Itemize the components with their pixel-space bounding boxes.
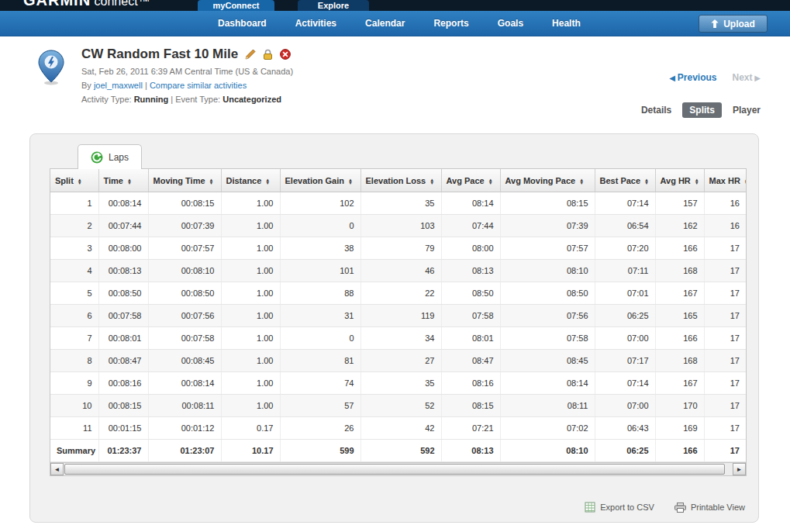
column-header-avg-pace[interactable]: Avg Pace▲▼ bbox=[441, 169, 500, 192]
panel-footer: Export to CSV Printable View bbox=[585, 502, 745, 513]
chevron-right-icon: ▶ bbox=[753, 74, 761, 82]
horizontal-scrollbar: ◄ ► bbox=[50, 462, 746, 475]
lap-cell: 00:08:00 bbox=[98, 237, 148, 260]
lap-cell: 08:50 bbox=[500, 282, 595, 305]
lap-cell: 9 bbox=[50, 372, 98, 395]
column-label: Avg Pace bbox=[447, 176, 485, 185]
column-header-avg-moving-pace[interactable]: Avg Moving Pace▲▼ bbox=[500, 169, 595, 192]
upload-label: Upload bbox=[723, 19, 755, 29]
nav-item-activities[interactable]: Activities bbox=[295, 18, 336, 29]
garmin-connect-logo[interactable]: GARMIN connect™ bbox=[23, 0, 150, 9]
lap-cell: 06:54 bbox=[595, 215, 655, 237]
activity-header: CW Random Fast 10 Mile Sat, F bbox=[37, 47, 761, 132]
lap-cell: 17 bbox=[704, 417, 746, 440]
activity-byline: By joel_maxwell | Compare similar activi… bbox=[81, 81, 761, 90]
upload-button[interactable]: Upload bbox=[699, 15, 768, 33]
lap-cell: 06:43 bbox=[595, 417, 655, 440]
lap-cell: 08:15 bbox=[500, 192, 595, 215]
nav-item-reports[interactable]: Reports bbox=[433, 18, 468, 29]
laps-header-row: Split▲▼Time▲▼Moving Time▲▼Distance▲▼Elev… bbox=[50, 169, 746, 192]
printable-view-link[interactable]: Printable View bbox=[674, 502, 745, 513]
column-label: Distance bbox=[226, 176, 262, 185]
lap-cell: 08:15 bbox=[441, 395, 500, 417]
nav-item-health[interactable]: Health bbox=[552, 18, 581, 29]
lap-cell: 1 bbox=[50, 192, 98, 215]
lap-cell: 17 bbox=[704, 327, 746, 350]
lap-cell: 08:00 bbox=[441, 237, 500, 260]
column-header-distance[interactable]: Distance▲▼ bbox=[221, 169, 280, 192]
lap-cell: 07:20 bbox=[595, 237, 655, 260]
column-header-time[interactable]: Time▲▼ bbox=[98, 169, 148, 192]
lap-cell: 07:14 bbox=[595, 372, 655, 395]
lap-row: 500:08:5000:08:501.00882208:5008:5007:01… bbox=[50, 282, 746, 305]
column-header-max-hr[interactable]: Max HR▲▼ bbox=[704, 169, 746, 192]
lap-cell: 07:14 bbox=[595, 192, 655, 215]
lap-cell: 8 bbox=[50, 350, 98, 372]
activity-type-value: Running bbox=[134, 95, 169, 104]
lap-cell: 0 bbox=[280, 215, 361, 237]
scroll-thumb[interactable] bbox=[64, 464, 725, 475]
column-header-moving-time[interactable]: Moving Time▲▼ bbox=[148, 169, 221, 192]
laps-tab[interactable]: Laps bbox=[78, 144, 142, 169]
chevron-left-icon: ◀ bbox=[669, 74, 677, 82]
column-header-elevation-gain[interactable]: Elevation Gain▲▼ bbox=[280, 169, 361, 192]
tab-myconnect[interactable]: myConnect bbox=[198, 0, 274, 11]
lap-cell: 00:08:47 bbox=[98, 350, 148, 372]
column-label: Max HR bbox=[709, 176, 740, 185]
lap-cell: 101 bbox=[280, 260, 361, 282]
column-header-avg-hr[interactable]: Avg HR▲▼ bbox=[655, 169, 704, 192]
laps-table: Split▲▼Time▲▼Moving Time▲▼Distance▲▼Elev… bbox=[50, 169, 746, 462]
event-type-value: Uncategorized bbox=[223, 95, 281, 104]
lap-cell: 27 bbox=[361, 350, 441, 372]
delete-icon[interactable] bbox=[280, 49, 291, 60]
tab-explore[interactable]: Explore bbox=[298, 0, 369, 11]
lap-cell: 0 bbox=[280, 327, 361, 350]
lap-cell: 00:08:10 bbox=[148, 260, 221, 282]
summary-cell: 592 bbox=[361, 440, 441, 462]
upload-icon bbox=[711, 19, 719, 28]
lap-cell: 1.00 bbox=[221, 305, 280, 327]
summary-cell: 166 bbox=[655, 440, 704, 462]
lap-cell: 1.00 bbox=[221, 372, 280, 395]
lap-cell: 00:01:15 bbox=[98, 417, 148, 440]
lap-cell: 00:08:13 bbox=[98, 260, 148, 282]
printer-icon bbox=[674, 503, 686, 513]
tab-details[interactable]: Details bbox=[641, 105, 671, 116]
column-header-best-pace[interactable]: Best Pace▲▼ bbox=[595, 169, 655, 192]
scroll-track[interactable] bbox=[725, 463, 733, 475]
nav-item-goals[interactable]: Goals bbox=[498, 18, 523, 29]
lap-row: 900:08:1600:08:141.00743508:1608:1407:14… bbox=[50, 372, 746, 395]
tab-splits[interactable]: Splits bbox=[682, 102, 722, 118]
lap-cell: 08:14 bbox=[500, 372, 595, 395]
edit-icon[interactable] bbox=[245, 49, 256, 60]
lap-cell: 31 bbox=[280, 305, 361, 327]
sort-icon: ▲▼ bbox=[127, 178, 132, 185]
sort-icon: ▲▼ bbox=[265, 178, 270, 185]
compare-activities-link[interactable]: Compare similar activities bbox=[150, 81, 247, 90]
lap-cell: 88 bbox=[280, 282, 361, 305]
author-link[interactable]: joel_maxwell bbox=[94, 81, 143, 90]
export-csv-link[interactable]: Export to CSV bbox=[585, 502, 654, 513]
lap-cell: 1.00 bbox=[221, 237, 280, 260]
lap-cell: 74 bbox=[280, 372, 361, 395]
previous-button[interactable]: ◀ Previous bbox=[669, 72, 716, 83]
column-header-elevation-loss[interactable]: Elevation Loss▲▼ bbox=[361, 169, 441, 192]
lap-cell: 00:08:15 bbox=[148, 192, 221, 215]
sort-icon: ▲▼ bbox=[695, 178, 699, 185]
nav-item-dashboard[interactable]: Dashboard bbox=[218, 18, 267, 29]
nav-items: Dashboard Activities Calendar Reports Go… bbox=[218, 11, 581, 36]
nav-item-calendar[interactable]: Calendar bbox=[365, 18, 405, 29]
tab-player[interactable]: Player bbox=[733, 105, 761, 116]
column-label: Split bbox=[55, 176, 74, 185]
lap-cell: 08:50 bbox=[441, 282, 500, 305]
scroll-right-button[interactable]: ► bbox=[733, 463, 746, 475]
top-header-bar: GARMIN connect™ myConnect Explore bbox=[0, 0, 790, 11]
lap-cell: 07:21 bbox=[441, 417, 500, 440]
scroll-left-button[interactable]: ◄ bbox=[50, 463, 64, 475]
lap-cell: 1.00 bbox=[221, 327, 280, 350]
column-header-split[interactable]: Split▲▼ bbox=[50, 169, 98, 192]
lock-icon[interactable] bbox=[263, 49, 273, 60]
summary-cell: 01:23:37 bbox=[98, 440, 148, 462]
next-button[interactable]: Next ▶ bbox=[733, 72, 761, 83]
lap-cell: 10 bbox=[50, 395, 98, 417]
